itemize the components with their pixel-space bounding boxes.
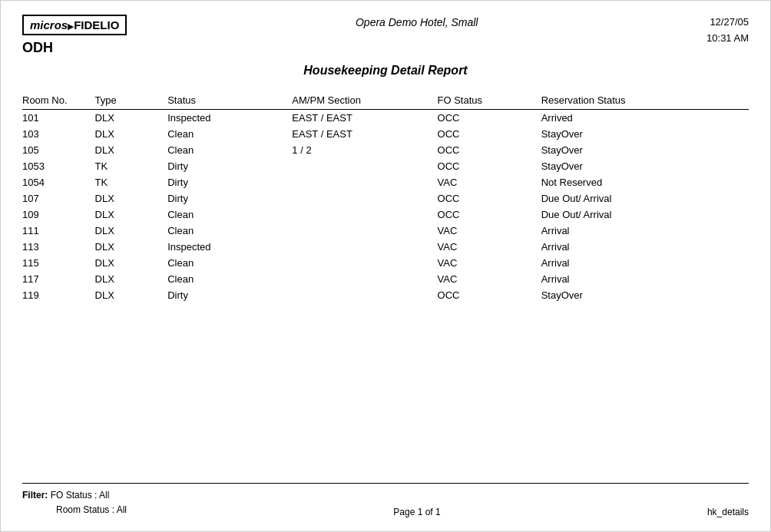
cell-room: 115 — [22, 255, 95, 271]
cell-status: Inspected — [167, 239, 292, 255]
cell-type: DLX — [95, 126, 168, 142]
table-row: 117DLXCleanVACArrival — [22, 271, 749, 287]
table-row: 1053TKDirtyOCCStayOver — [22, 158, 749, 174]
cell-status: Clean — [167, 126, 292, 142]
cell-type: DLX — [95, 207, 168, 223]
cell-room: 117 — [22, 271, 95, 287]
cell-status: Clean — [167, 207, 292, 223]
col-header-room: Room No. — [22, 91, 95, 110]
cell-ampm: 1 / 2 — [292, 142, 437, 158]
cell-fo: OCC — [438, 207, 541, 223]
cell-type: DLX — [95, 190, 168, 207]
cell-res: Arrived — [541, 110, 749, 127]
cell-res: StayOver — [541, 158, 749, 174]
data-table-section: Room No. Type Status AM/PM Section FO St… — [22, 91, 749, 303]
cell-res: Arrival — [541, 239, 749, 255]
table-row: 109DLXCleanOCCDue Out/ Arrival — [22, 207, 749, 223]
cell-res: StayOver — [541, 142, 749, 158]
table-row: 101DLXInspectedEAST / EASTOCCArrived — [22, 110, 749, 127]
report-page: micros▶FIDELIO ODH Opera Demo Hotel, Sma… — [0, 0, 771, 532]
odh-label: ODH — [22, 40, 53, 56]
date-time: 12/27/05 10:31 AM — [706, 15, 749, 47]
cell-type: TK — [95, 158, 168, 174]
cell-status: Dirty — [167, 190, 292, 207]
cell-res: Arrival — [541, 255, 749, 271]
footer-filter: Filter: FO Status : All Room Status : Al… — [22, 488, 127, 517]
col-header-status: Status — [167, 91, 292, 110]
table-row: 119DLXDirtyOCCStayOver — [22, 287, 749, 303]
cell-type: DLX — [95, 255, 168, 271]
cell-ampm — [292, 223, 437, 239]
cell-res: Due Out/ Arrival — [541, 190, 749, 207]
cell-ampm — [292, 174, 437, 190]
table-row: 105DLXClean1 / 2OCCStayOver — [22, 142, 749, 158]
cell-type: DLX — [95, 239, 168, 255]
filter-line1: FO Status : All — [51, 490, 110, 501]
cell-res: Arrival — [541, 223, 749, 239]
cell-ampm — [292, 239, 437, 255]
cell-status: Inspected — [167, 110, 292, 127]
table-row: 1054TKDirtyVACNot Reserved — [22, 174, 749, 190]
cell-type: DLX — [95, 287, 168, 303]
filter-line2: Room Status : All — [56, 504, 127, 515]
cell-fo: OCC — [438, 142, 541, 158]
cell-fo: OCC — [438, 110, 541, 127]
cell-status: Clean — [167, 223, 292, 239]
cell-fo: VAC — [438, 255, 541, 271]
cell-status: Clean — [167, 255, 292, 271]
report-code: hk_details — [707, 507, 749, 517]
cell-fo: VAC — [438, 271, 541, 287]
cell-room: 1054 — [22, 174, 95, 190]
cell-fo: OCC — [438, 158, 541, 174]
cell-room: 1053 — [22, 158, 95, 174]
hotel-name: Opera Demo Hotel, Small — [127, 15, 706, 28]
cell-fo: VAC — [438, 239, 541, 255]
cell-room: 101 — [22, 110, 95, 127]
cell-room: 109 — [22, 207, 95, 223]
cell-ampm: EAST / EAST — [292, 110, 437, 127]
cell-room: 111 — [22, 223, 95, 239]
cell-res: StayOver — [541, 126, 749, 142]
cell-status: Dirty — [167, 287, 292, 303]
page-info: Page 1 of 1 — [393, 507, 440, 517]
cell-status: Clean — [167, 142, 292, 158]
cell-room: 113 — [22, 239, 95, 255]
logo: micros▶FIDELIO — [22, 15, 127, 35]
logo-fidelio: FIDELIO — [74, 18, 119, 31]
time: 10:31 AM — [706, 31, 749, 47]
cell-res: Due Out/ Arrival — [541, 207, 749, 223]
col-header-fo: FO Status — [438, 91, 541, 110]
col-header-type: Type — [95, 91, 168, 110]
cell-type: DLX — [95, 142, 168, 158]
cell-room: 107 — [22, 190, 95, 207]
cell-ampm — [292, 190, 437, 207]
cell-status: Dirty — [167, 158, 292, 174]
cell-fo: VAC — [438, 174, 541, 190]
col-header-res: Reservation Status — [541, 91, 749, 110]
cell-ampm: EAST / EAST — [292, 126, 437, 142]
cell-room: 103 — [22, 126, 95, 142]
table-header-row: Room No. Type Status AM/PM Section FO St… — [22, 91, 749, 110]
cell-fo: OCC — [438, 287, 541, 303]
table-row: 113DLXInspectedVACArrival — [22, 239, 749, 255]
cell-fo: OCC — [438, 190, 541, 207]
logo-arrow: ▶ — [68, 22, 74, 31]
date: 12/27/05 — [706, 15, 749, 31]
cell-fo: OCC — [438, 126, 541, 142]
cell-fo: VAC — [438, 223, 541, 239]
filter-label: Filter: — [22, 490, 48, 501]
table-row: 107DLXDirtyOCCDue Out/ Arrival — [22, 190, 749, 207]
table-row: 115DLXCleanVACArrival — [22, 255, 749, 271]
table-body: 101DLXInspectedEAST / EASTOCCArrived103D… — [22, 110, 749, 304]
cell-type: DLX — [95, 271, 168, 287]
cell-ampm — [292, 255, 437, 271]
report-title: Housekeeping Detail Report — [22, 64, 749, 78]
cell-status: Dirty — [167, 174, 292, 190]
cell-ampm — [292, 287, 437, 303]
cell-ampm — [292, 271, 437, 287]
cell-res: Not Reserved — [541, 174, 749, 190]
cell-room: 105 — [22, 142, 95, 158]
cell-ampm — [292, 158, 437, 174]
cell-status: Clean — [167, 271, 292, 287]
cell-type: TK — [95, 174, 168, 190]
